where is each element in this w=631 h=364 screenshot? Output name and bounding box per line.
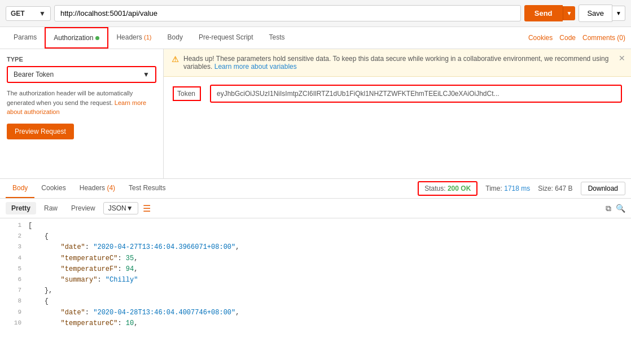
- save-dropdown-button[interactable]: ▼: [612, 6, 625, 21]
- type-label: TYPE: [7, 56, 156, 63]
- size-info: Size: 647 B: [538, 185, 572, 192]
- send-btn-group: Send ▼: [524, 5, 576, 21]
- auth-description: The authorization header will be automat…: [7, 89, 156, 117]
- info-icon: ⚠: [172, 55, 179, 64]
- fmt-tab-pretty[interactable]: Pretty: [6, 202, 36, 214]
- headers-response-badge: (4): [107, 184, 115, 192]
- token-input[interactable]: [210, 85, 622, 103]
- code-line-3: 3 "date": "2020-04-27T13:46:04.3966071+0…: [0, 242, 631, 253]
- request-body-area: TYPE Bearer Token ▼ The authorization he…: [0, 49, 631, 179]
- type-select[interactable]: Bearer Token ▼: [7, 66, 156, 83]
- tab-body[interactable]: Body: [160, 28, 191, 48]
- format-tabs: Pretty Raw Preview JSON ▼ ☰ ⧉ 🔍: [0, 199, 631, 218]
- format-value: JSON: [108, 204, 126, 212]
- res-tab-cookies[interactable]: Cookies: [34, 179, 72, 198]
- time-value: 1718 ms: [504, 185, 530, 192]
- size-label: Size:: [538, 185, 553, 192]
- code-line-7: 7 },: [0, 286, 631, 296]
- type-value: Bearer Token: [14, 71, 54, 78]
- authorization-dot: [95, 36, 99, 40]
- auth-right-panel: ⚠ Heads up! These parameters hold sensit…: [164, 49, 631, 178]
- tab-headers[interactable]: Headers (1): [108, 28, 159, 48]
- size-value: 647 B: [555, 185, 572, 192]
- code-line-5: 5 "temperatureF": 94,: [0, 264, 631, 275]
- format-select[interactable]: JSON ▼: [103, 202, 138, 214]
- method-dropdown-icon: ▼: [39, 10, 46, 17]
- auth-left-panel: TYPE Bearer Token ▼ The authorization he…: [0, 49, 164, 178]
- format-right-icons: ⧉ 🔍: [606, 204, 625, 213]
- token-label: Token: [173, 86, 201, 101]
- right-links: Cookies Code Comments (0): [528, 34, 625, 42]
- status-indicator: Status: 200 OK: [418, 181, 477, 196]
- type-chevron-icon: ▼: [143, 71, 150, 78]
- send-dropdown-button[interactable]: ▼: [563, 6, 576, 20]
- code-line-10: 10 "temperatureC": 10,: [0, 318, 631, 328]
- url-input[interactable]: [54, 5, 521, 21]
- banner-close-button[interactable]: ✕: [619, 54, 625, 63]
- copy-icon[interactable]: ⧉: [606, 204, 611, 213]
- res-tab-testresults[interactable]: Test Results: [122, 179, 172, 198]
- link-comments[interactable]: Comments (0): [582, 34, 625, 42]
- tab-prerequest[interactable]: Pre-request Script: [191, 28, 261, 48]
- token-row: Token: [164, 77, 631, 111]
- learn-variables-link[interactable]: Learn more about variables: [214, 63, 297, 71]
- code-line-1: 1 [: [0, 221, 631, 231]
- tab-tests[interactable]: Tests: [261, 28, 293, 48]
- download-button[interactable]: Download: [581, 182, 625, 195]
- response-tabs: Body Cookies Headers (4) Test Results St…: [0, 179, 631, 199]
- fmt-tab-raw[interactable]: Raw: [38, 202, 63, 214]
- code-view: 1 [ 2 { 3 "date": "2020-04-27T13:46:04.3…: [0, 218, 631, 328]
- tab-authorization[interactable]: Authorization: [45, 27, 108, 49]
- preview-request-button[interactable]: Preview Request: [7, 124, 74, 139]
- method-select[interactable]: GET ▼: [6, 6, 51, 21]
- url-bar: GET ▼ Send ▼ Save ▼: [0, 0, 631, 27]
- response-meta: Status: 200 OK Time: 1718 ms Size: 647 B…: [418, 181, 625, 196]
- status-value: 200 OK: [448, 185, 471, 192]
- code-line-6: 6 "summary": "Chilly": [0, 275, 631, 286]
- banner-text: Heads up! These parameters hold sensitiv…: [183, 55, 623, 71]
- status-label: Status:: [424, 185, 445, 192]
- request-tabs: Params Authorization Headers (1) Body Pr…: [0, 27, 631, 49]
- time-info: Time: 1718 ms: [485, 185, 530, 192]
- save-button[interactable]: Save: [579, 5, 612, 22]
- fmt-tab-preview[interactable]: Preview: [65, 202, 101, 214]
- auth-learn-more-link[interactable]: Learn more about authorization: [7, 99, 146, 116]
- code-line-9: 9 "date": "2020-04-28T13:46:04.4007746+0…: [0, 308, 631, 318]
- tab-params[interactable]: Params: [6, 28, 45, 48]
- info-banner: ⚠ Heads up! These parameters hold sensit…: [164, 49, 631, 77]
- wrap-icon[interactable]: ☰: [143, 203, 151, 214]
- res-tab-body[interactable]: Body: [6, 179, 34, 198]
- time-label: Time:: [485, 185, 502, 192]
- save-btn-group: Save ▼: [579, 5, 625, 22]
- format-chevron-icon: ▼: [126, 204, 133, 212]
- code-line-4: 4 "temperatureC": 35,: [0, 253, 631, 264]
- code-line-8: 8 {: [0, 296, 631, 307]
- res-tab-headers[interactable]: Headers (4): [73, 179, 122, 198]
- method-label: GET: [11, 10, 25, 17]
- headers-badge: (1): [144, 34, 151, 41]
- link-cookies[interactable]: Cookies: [528, 34, 553, 42]
- search-icon[interactable]: 🔍: [616, 204, 625, 213]
- code-line-2: 2 {: [0, 231, 631, 242]
- send-button[interactable]: Send: [524, 5, 563, 21]
- link-code[interactable]: Code: [559, 34, 576, 42]
